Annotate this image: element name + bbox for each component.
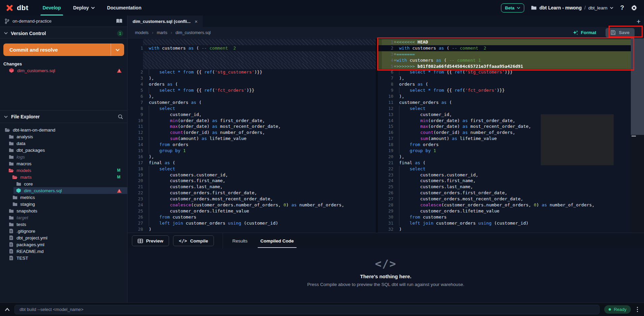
code-line[interactable]: 22 customer_orders.first_order_date, [128,190,376,196]
breadcrumb-file[interactable]: dim_customers.sql [175,30,211,35]
file-explorer-header[interactable]: File Explorer [0,110,127,123]
code-line[interactable]: 11customer_orders as ( [378,99,631,106]
tree-item-staging[interactable]: staging [0,201,127,207]
menu-deploy[interactable]: Deploy [73,0,95,16]
beta-toggle[interactable]: Beta [501,3,524,12]
tree-item-analysis[interactable]: analysis [0,133,127,140]
editor-scrollbar[interactable] [631,38,644,233]
tree-item-logs[interactable]: logs [0,153,127,160]
code-line[interactable]: 22 select [378,166,631,172]
code-line[interactable]: 15 group by 1 [128,148,376,154]
kebab-menu-icon[interactable] [636,307,639,312]
tree-item-marts[interactable]: martsM [0,174,127,180]
code-line[interactable]: 5+>>>>>>> b81f802a66fd544504c65721e3ffaa… [378,63,631,69]
diff-filler-row[interactable] [128,57,376,63]
tree-item-readme-md[interactable]: README.md [0,248,127,255]
preview-button[interactable]: Preview [132,235,169,246]
menu-documentation[interactable]: Documentation [107,0,141,16]
diff-filler-row[interactable] [128,39,376,45]
tree-item-target[interactable]: target [0,214,127,221]
tree-item-metrics[interactable]: metrics [0,194,127,201]
code-line[interactable]: 25 customers.last_name, [378,184,631,190]
tree-item-dbt-packages[interactable]: dbt_packages [0,147,127,153]
search-icon[interactable] [118,114,123,119]
code-line[interactable]: 1with customers as ( -- comment 2 [128,45,376,51]
code-line[interactable]: 24 coalesce(customer_orders.number_of_or… [128,202,376,208]
code-line[interactable]: 6), [128,93,376,99]
code-line[interactable]: 3), [128,75,376,81]
tree-item-core[interactable]: core [0,180,127,187]
code-line[interactable]: 8orders as ( [378,81,631,87]
code-line[interactable]: 31 left join customer_orders using (cust… [378,220,631,226]
tab-compiled-code[interactable]: Compiled Code [260,233,294,249]
code-line[interactable]: 3+======= [378,51,631,57]
code-line[interactable]: 10 min(order_date) as first_order_date, [128,118,376,124]
tree-item-tests[interactable]: tests [0,221,127,228]
code-line[interactable]: 20 customers.first_name, [128,178,376,184]
code-line[interactable]: 32) [378,226,631,232]
version-control-header[interactable]: Version Control 1 [0,28,127,38]
code-line[interactable]: 9 customer_id, [128,112,376,118]
format-button[interactable]: Format [573,30,596,35]
code-line[interactable]: 2 select * from {{ ref('stg_customers')}… [128,69,376,75]
tree-item-macros[interactable]: macros [0,160,127,167]
tree-item-packages-yml[interactable]: packages.yml [0,241,127,248]
changed-file-row[interactable]: dim_customers.sql [0,67,127,74]
code-line[interactable]: 2with customers as ( -- comment 2 [378,45,631,51]
code-line[interactable]: 13 sum(amount) as lifetime_value [128,136,376,142]
code-line[interactable]: 10), [378,93,631,99]
branch-selector[interactable]: on-demand-practice [0,16,128,27]
tree-item-data[interactable]: data [0,140,127,147]
code-line[interactable]: 1+<<<<<<< HEAD [378,39,631,45]
code-line[interactable]: 26 from customers [128,214,376,220]
menu-develop[interactable]: Develop [43,0,61,16]
tree-item-dbt-learn-on-demand[interactable]: dbt-learn-on-demand [0,126,127,133]
breadcrumb-models[interactable]: models [135,30,148,35]
tree-item-test[interactable]: TEST [0,255,127,261]
code-line[interactable]: 11 max(order_date) as most_recent_order_… [128,123,376,130]
breadcrumb-marts[interactable]: marts [157,30,167,35]
code-line[interactable]: 29 customer_orders.lifetime_value [378,208,631,214]
tab-dim-customers[interactable]: dim_customers.sql (confli... × [128,16,203,27]
tree-item-models[interactable]: modelsM [0,167,127,174]
code-line[interactable]: 7), [378,75,631,81]
code-line[interactable]: 30 from customers [378,214,631,220]
code-line[interactable]: 7customer_orders as ( [128,99,376,106]
new-tab-icon[interactable]: + [637,18,641,25]
code-line[interactable]: 16), [128,154,376,160]
code-line[interactable]: 14 from orders [128,142,376,148]
save-button[interactable]: Save [606,28,635,37]
project-switcher[interactable]: dbt Learn - mwong / dbt_learn [531,5,613,10]
commit-and-resolve-button[interactable]: Commit and resolve [3,44,124,56]
diff-pane-current[interactable]: 1with customers as ( -- comment 22 selec… [128,38,376,233]
code-line[interactable]: 19 customers.customer_id, [128,172,376,178]
code-line[interactable]: 12 count(order_id) as number_of_orders, [128,130,376,136]
code-line[interactable]: 28) [128,226,376,232]
tab-results[interactable]: Results [232,233,248,249]
code-line[interactable]: 4+with customers as ( -- comment 1 [378,57,631,63]
code-line[interactable]: 12 select [378,106,631,112]
book-icon[interactable] [116,19,122,24]
code-line[interactable]: 17final as ( [128,160,376,166]
code-line[interactable]: 9 select * from {{ ref('fct_orders')}} [378,87,631,93]
code-line[interactable]: 27 left join customer_orders using (cust… [128,220,376,226]
code-line[interactable]: 21 customers.last_name, [128,184,376,190]
gear-icon[interactable] [631,5,637,11]
code-line[interactable]: 23 customers.customer_id, [378,172,631,178]
scrollbar-thumb[interactable] [631,38,644,135]
tree-item-snapshots[interactable]: snapshots [0,207,127,214]
tree-item--gitignore[interactable]: .gitignore [0,228,127,234]
help-icon[interactable]: ? [620,4,624,11]
diff-filler-row[interactable] [128,51,376,57]
status-badge[interactable]: Ready [604,305,631,314]
code-line[interactable]: 26 customer_orders.first_order_date, [378,190,631,196]
code-line[interactable]: 6 select * from {{ ref('stg_customers')}… [378,69,631,75]
dbt-logo[interactable]: dbt [0,4,28,12]
chevron-up-icon[interactable] [5,308,10,311]
code-line[interactable]: 8 select [128,106,376,112]
close-tab-icon[interactable]: × [195,19,198,24]
code-line[interactable]: 5 select * from {{ ref('fct_orders')}} [128,87,376,93]
compile-button[interactable]: </> Compile [173,235,214,246]
diff-filler-row[interactable] [128,63,376,69]
command-input[interactable] [15,305,599,314]
